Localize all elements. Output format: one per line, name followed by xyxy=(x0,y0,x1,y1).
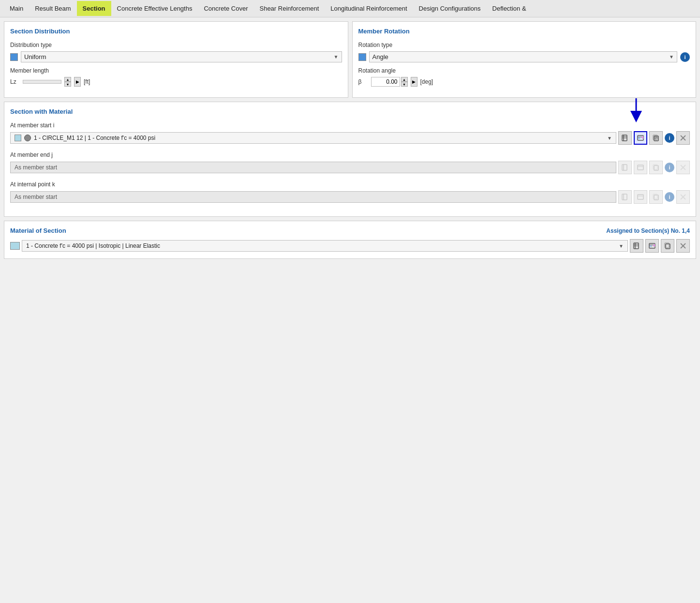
beta-number-input: ▲ ▼ xyxy=(371,77,408,87)
beta-arrow-btn[interactable]: ▶ xyxy=(411,77,417,87)
end-book-btn[interactable] xyxy=(618,161,632,174)
member-length-row: Lz ▲ ▼ ▶ [ft] xyxy=(10,77,342,87)
internal-point-label: At internal point k xyxy=(10,181,690,188)
paste-icon-end xyxy=(652,164,660,171)
material-row: 1 - Concrete f'c = 4000 psi | Isotropic … xyxy=(10,239,690,253)
top-panels: Section Distribution Distribution type U… xyxy=(4,21,696,98)
end-paste-btn[interactable] xyxy=(649,161,663,174)
material-title: Material of Section xyxy=(10,227,66,234)
rotation-type-select[interactable]: Angle ▼ xyxy=(369,51,678,62)
distribution-color-box xyxy=(10,53,18,61)
nav-item-shear[interactable]: Shear Reinforcement xyxy=(253,1,325,16)
svg-rect-23 xyxy=(622,194,627,200)
member-start-label: At member start i xyxy=(10,122,690,129)
paste-icon xyxy=(652,134,660,142)
member-end-select: As member start xyxy=(10,162,616,173)
internal-point-section: At internal point k As member start xyxy=(10,181,690,204)
section-distribution-panel: Section Distribution Distribution type U… xyxy=(4,21,348,98)
distribution-type-select[interactable]: Uniform ▼ xyxy=(21,51,342,62)
member-rotation-title: Member Rotation xyxy=(358,28,690,35)
window-icon-material xyxy=(648,242,656,250)
start-paste-btn[interactable] xyxy=(649,131,663,145)
nav-item-deflection[interactable]: Deflection & xyxy=(487,1,532,16)
beta-input[interactable] xyxy=(371,77,400,87)
rotation-type-label: Rotation type xyxy=(358,42,690,48)
internal-point-row: As member start xyxy=(10,190,690,204)
internal-book-btn[interactable] xyxy=(618,190,632,204)
lz-arrow-btn[interactable]: ▶ xyxy=(74,77,81,87)
member-start-row: 1 - CIRCLE_M1 12 | 1 - Concrete f'c = 40… xyxy=(10,131,690,145)
lz-input[interactable] xyxy=(23,80,61,84)
svg-marker-7 xyxy=(641,136,643,139)
start-info-btn[interactable]: i xyxy=(665,133,674,143)
paste-icon-material xyxy=(664,242,671,250)
svg-rect-6 xyxy=(638,137,640,139)
lz-spin-down[interactable]: ▼ xyxy=(64,82,71,87)
material-paste-btn[interactable] xyxy=(661,239,674,253)
nav-item-section[interactable]: Section xyxy=(77,1,111,16)
lz-spin-up[interactable]: ▲ xyxy=(64,77,71,82)
internal-window-btn[interactable] xyxy=(634,190,647,204)
svg-rect-37 xyxy=(650,245,652,247)
member-end-label: At member end j xyxy=(10,151,690,158)
material-book-btn[interactable] xyxy=(630,239,643,253)
svg-marker-38 xyxy=(653,244,655,247)
book-icon-internal xyxy=(621,193,629,201)
rotation-info-btn[interactable]: i xyxy=(680,52,690,62)
material-delete-btn[interactable] xyxy=(676,239,690,253)
nav-item-main[interactable]: Main xyxy=(4,1,29,16)
member-end-section: At member end j As member start xyxy=(10,151,690,174)
material-window-btn[interactable] xyxy=(645,239,659,253)
distribution-type-value: Uniform xyxy=(24,53,46,60)
nav-item-concrete-cover[interactable]: Concrete Cover xyxy=(198,1,253,16)
material-caret: ▼ xyxy=(619,243,624,249)
internal-point-select: As member start xyxy=(10,191,616,203)
internal-paste-btn[interactable] xyxy=(649,190,663,204)
beta-unit: [deg] xyxy=(420,78,433,85)
material-of-section-panel: Material of Section Assigned to Section(… xyxy=(4,221,696,259)
circle-section-icon xyxy=(24,135,31,141)
distribution-caret-icon: ▼ xyxy=(334,54,339,60)
member-start-select-content: 1 - CIRCLE_M1 12 | 1 - Concrete f'c = 40… xyxy=(15,135,155,141)
internal-delete-btn[interactable] xyxy=(676,190,690,204)
book-icon-material xyxy=(633,242,640,250)
book-icon-end xyxy=(621,164,629,171)
delete-icon-material xyxy=(679,242,687,250)
start-delete-btn[interactable] xyxy=(676,131,690,145)
beta-spin-up[interactable]: ▲ xyxy=(401,77,408,82)
rotation-type-caret: ▼ xyxy=(669,54,674,60)
lz-label: Lz xyxy=(10,78,20,85)
nav-item-result-beam[interactable]: Result Beam xyxy=(29,1,76,16)
start-window-btn[interactable] xyxy=(634,131,647,145)
distribution-type-label: Distribution type xyxy=(10,42,342,48)
svg-rect-17 xyxy=(638,165,643,170)
rotation-type-row: Angle ▼ i xyxy=(358,51,690,62)
section-with-material-title: Section with Material xyxy=(10,108,690,115)
rotation-color-box xyxy=(358,53,366,61)
section-with-material-panel: Section with Material At member start i xyxy=(4,102,696,217)
delete-icon xyxy=(679,134,687,142)
internal-info-btn[interactable]: i xyxy=(665,192,674,202)
start-color-box xyxy=(15,135,21,141)
member-end-row: As member start xyxy=(10,161,690,174)
member-start-select[interactable]: 1 - CIRCLE_M1 12 | 1 - Concrete f'c = 40… xyxy=(10,132,616,144)
member-start-section: At member start i 1 - CIRCLE_M1 12 | 1 -… xyxy=(10,122,690,145)
beta-label: β xyxy=(358,78,368,85)
end-delete-btn[interactable] xyxy=(676,161,690,174)
distribution-type-row: Uniform ▼ xyxy=(10,51,342,62)
window-icon-internal xyxy=(637,193,644,201)
end-window-btn[interactable] xyxy=(634,161,647,174)
nav-item-longitudinal[interactable]: Longitudinal Reinforcement xyxy=(325,1,413,16)
member-length-label: Member length xyxy=(10,67,342,74)
material-select[interactable]: 1 - Concrete f'c = 4000 psi | Isotropic … xyxy=(22,240,628,252)
nav-item-concrete-effective[interactable]: Concrete Effective Lengths xyxy=(111,1,198,16)
section-distribution-title: Section Distribution xyxy=(10,28,342,35)
beta-spinners: ▲ ▼ xyxy=(401,77,408,87)
paste-icon-internal xyxy=(652,193,660,201)
beta-spin-down[interactable]: ▼ xyxy=(401,82,408,87)
end-info-btn[interactable]: i xyxy=(665,163,674,172)
nav-item-design-config[interactable]: Design Configurations xyxy=(413,1,487,16)
rotation-angle-label: Rotation angle xyxy=(358,67,690,74)
start-book-btn[interactable] xyxy=(618,131,632,145)
start-select-caret: ▼ xyxy=(607,136,612,141)
